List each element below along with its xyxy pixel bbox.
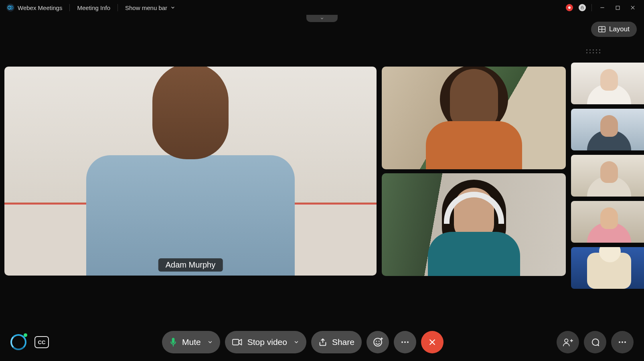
participant-name-label: Adam Murphy [166, 260, 216, 269]
window-minimize-button[interactable] [597, 3, 607, 12]
participant-thumbnail[interactable] [571, 63, 644, 104]
svg-point-12 [565, 339, 568, 342]
svg-point-15 [624, 341, 626, 343]
divider [591, 4, 592, 11]
ellipsis-icon [618, 337, 627, 347]
divider [117, 4, 118, 11]
emoji-smile-icon [373, 337, 383, 347]
video-camera-icon [232, 338, 243, 346]
svg-rect-2 [616, 6, 620, 10]
mute-button[interactable]: Mute [162, 331, 220, 353]
share-label: Share [332, 337, 354, 347]
title-bar-right [566, 3, 638, 12]
svg-point-13 [619, 341, 620, 343]
chat-panel-button[interactable] [584, 331, 606, 353]
show-menu-bar-label: Show menu bar [125, 4, 167, 11]
chevron-down-icon [170, 5, 175, 10]
more-options-button[interactable] [394, 331, 416, 353]
mute-label: Mute [182, 337, 201, 347]
meeting-info-label: Meeting Info [77, 4, 110, 11]
control-bar-right [557, 331, 634, 353]
webex-logo-icon [6, 4, 14, 12]
close-icon [428, 338, 436, 346]
svg-rect-4 [172, 338, 175, 343]
panel-more-button[interactable] [611, 331, 634, 353]
share-screen-icon [318, 338, 327, 347]
chevron-down-icon [207, 339, 213, 345]
recording-indicator-icon[interactable] [566, 4, 573, 11]
lock-status-icon[interactable] [579, 4, 586, 11]
secondary-tiles-column [382, 67, 566, 289]
reactions-button[interactable] [367, 331, 389, 353]
window-maximize-button[interactable] [613, 3, 622, 12]
chevron-down-icon [319, 16, 325, 20]
control-bar-center: Mute Stop video Share [162, 331, 444, 353]
control-bar-left: CC [10, 334, 49, 350]
svg-point-8 [379, 341, 380, 342]
closed-captions-button[interactable]: CC [34, 336, 49, 348]
svg-point-9 [401, 341, 403, 343]
chat-bubble-icon [590, 337, 600, 347]
filmstrip-drag-handle[interactable] [586, 49, 601, 53]
reveal-top-controls-handle[interactable] [306, 15, 338, 22]
participant-name-overlay: Adam Murphy [158, 258, 223, 272]
participant-thumbnail[interactable] [571, 109, 644, 150]
window-close-button[interactable] [628, 3, 638, 12]
participant-thumbnail[interactable] [571, 247, 644, 289]
title-bar-left: Webex Meetings Meeting Info Show menu ba… [6, 4, 175, 12]
participant-thumbnail[interactable] [571, 155, 644, 197]
share-button[interactable]: Share [311, 331, 362, 353]
svg-point-7 [376, 341, 377, 342]
participant-tile[interactable] [382, 67, 566, 169]
layout-button-label: Layout [609, 25, 630, 33]
app-name-label: Webex Meetings [18, 4, 62, 11]
webex-assistant-icon[interactable] [10, 334, 26, 350]
cc-label: CC [38, 339, 46, 345]
active-speaker-tile[interactable]: Adam Murphy [4, 67, 377, 276]
stop-video-label: Stop video [247, 337, 287, 347]
participant-thumbnail[interactable] [571, 201, 644, 243]
stop-video-button[interactable]: Stop video [225, 331, 306, 353]
video-stage: Adam Murphy [4, 67, 644, 289]
svg-point-14 [622, 341, 623, 343]
participant-tile[interactable] [382, 173, 566, 276]
ellipsis-icon [400, 337, 410, 347]
meeting-info-button[interactable]: Meeting Info [77, 4, 110, 11]
participants-icon [563, 337, 573, 347]
title-bar: Webex Meetings Meeting Info Show menu ba… [0, 0, 644, 15]
layout-grid-icon [598, 26, 606, 32]
filmstrip-column [571, 63, 644, 289]
end-meeting-button[interactable] [421, 331, 444, 353]
svg-point-10 [404, 341, 406, 343]
svg-point-6 [374, 338, 382, 346]
layout-button[interactable]: Layout [591, 22, 637, 37]
app-brand[interactable]: Webex Meetings [6, 4, 62, 12]
divider [69, 4, 70, 11]
svg-point-11 [407, 341, 409, 343]
show-menu-bar-button[interactable]: Show menu bar [125, 4, 175, 11]
participants-panel-button[interactable] [557, 331, 579, 353]
svg-rect-5 [233, 339, 239, 345]
microphone-icon [169, 337, 177, 347]
chevron-down-icon [294, 339, 299, 345]
meeting-control-bar: CC Mute Stop video Share [0, 331, 644, 354]
